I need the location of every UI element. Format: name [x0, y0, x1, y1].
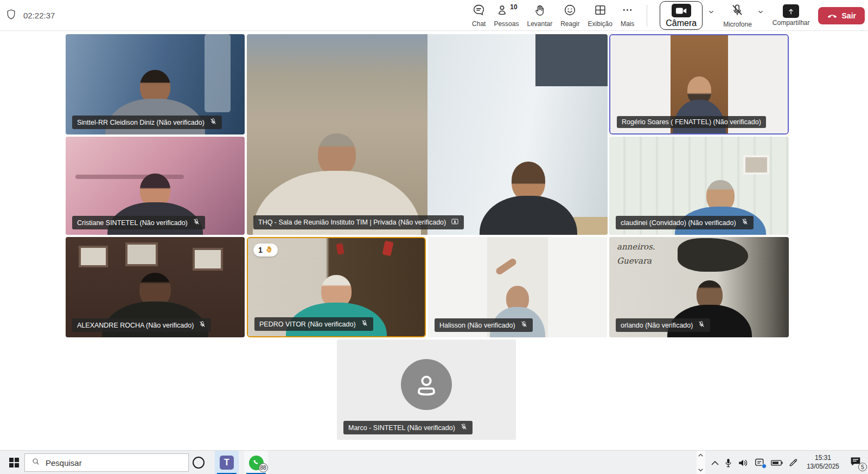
more-label: Mais	[621, 20, 634, 28]
raise-hand-button[interactable]: Levantar	[527, 3, 552, 28]
participant-name-pill: Halisson (Não verificado)	[435, 318, 533, 332]
hidden-icons-chevron[interactable]	[711, 460, 719, 465]
participant-name-pill: THQ - Sala de Reunião Instituto TIM | Pr…	[253, 215, 464, 229]
tray-microphone-icon[interactable]	[725, 458, 732, 468]
cortana-icon[interactable]	[193, 457, 205, 469]
tray-battery-icon[interactable]	[771, 459, 783, 466]
share-button[interactable]: Compartilhar	[773, 4, 810, 27]
microphone-button[interactable]: Microfone	[723, 3, 752, 28]
raised-hand-icon	[265, 245, 273, 255]
raise-hand-icon	[533, 3, 546, 19]
react-label: Reagir	[560, 20, 579, 28]
microphone-options-chevron[interactable]	[757, 8, 764, 16]
taskbar-teams-app[interactable]: T	[215, 451, 239, 474]
more-button[interactable]: Mais	[621, 3, 634, 28]
hangup-icon	[827, 11, 838, 20]
teams-icon: T	[220, 456, 234, 470]
participant-tile-pedro[interactable]: 1 PEDRO VITOR (Não verificado)	[247, 237, 426, 337]
windows-logo-icon	[9, 458, 19, 467]
wall-graffiti-text: anneiros. Guevara	[617, 240, 655, 268]
participant-tile-alexandre[interactable]: ALEXANDRE ROCHA (Não verificado)	[66, 237, 245, 337]
tray-pen-icon[interactable]	[789, 458, 799, 467]
view-label: Exibição	[588, 20, 612, 28]
camera-icon	[672, 4, 691, 17]
share-label: Compartilhar	[773, 19, 810, 27]
whatsapp-icon: 88	[249, 456, 264, 470]
people-count-badge: 10	[510, 3, 517, 11]
leave-label: Sair	[842, 11, 856, 20]
mic-off-icon	[460, 423, 468, 432]
whatsapp-unread-badge: 88	[259, 463, 268, 472]
presence-dot	[762, 464, 767, 469]
taskbar-scroll-strip[interactable]	[697, 451, 705, 474]
participant-video	[247, 34, 608, 235]
more-icon	[621, 3, 634, 19]
participant-name-pill: Rogério Soares ( FENATTEL) (Não verifica…	[617, 116, 766, 128]
tray-time: 15:31	[807, 454, 839, 463]
taskbar-whatsapp-app[interactable]: 88	[244, 451, 268, 474]
system-tray: 15:31 13/05/2025 5	[697, 451, 866, 474]
react-icon	[563, 3, 577, 19]
mic-off-icon	[199, 321, 206, 330]
people-icon	[495, 3, 509, 19]
avatar	[401, 359, 452, 410]
search-input[interactable]	[46, 458, 165, 467]
participant-tile-marco[interactable]: Marco - SINTETEL (Não verificado)	[337, 340, 516, 440]
shield-icon	[5, 8, 17, 23]
taskbar-clock[interactable]: 15:31 13/05/2025	[805, 454, 841, 471]
taskbar-search[interactable]	[24, 453, 189, 472]
mic-off-icon	[698, 321, 705, 330]
participant-name-pill: Marco - SINTETEL (Não verificado)	[343, 421, 473, 434]
toolbar-divider	[647, 5, 647, 27]
meeting-timer: 02:22:37	[23, 11, 55, 20]
share-icon	[783, 4, 799, 18]
participant-name-pill: Sinttel-RR Cleidison Diniz (Não verifica…	[72, 116, 222, 129]
participant-tile-thq-room[interactable]: THQ - Sala de Reunião Instituto TIM | Pr…	[247, 34, 608, 235]
mic-off-icon	[741, 218, 749, 227]
mic-off-icon	[520, 321, 528, 330]
camera-button[interactable]: Câmera	[660, 1, 703, 30]
participant-name-pill: Cristiane SINTETEL (Não verificado)	[72, 216, 205, 229]
video-stage: Sinttel-RR Cleidison Diniz (Não verifica…	[0, 31, 868, 450]
start-button[interactable]	[4, 451, 24, 474]
meeting-info: 02:22:37	[5, 0, 55, 31]
participant-name-pill: claudinei (Convidado) (Não verificado)	[616, 216, 754, 229]
microphone-muted-icon	[730, 3, 744, 20]
leave-button[interactable]: Sair	[818, 7, 865, 24]
chat-button[interactable]: Chat	[472, 3, 486, 28]
tray-date: 13/05/2025	[807, 463, 839, 471]
view-button[interactable]: Exibição	[588, 3, 612, 28]
notification-count-badge: 5	[858, 463, 867, 471]
view-grid-icon	[593, 3, 607, 19]
participant-tile-orlando[interactable]: anneiros. Guevara orlando (Não verificad…	[609, 237, 789, 337]
mic-off-icon	[209, 118, 217, 127]
people-button[interactable]: 10 Pessoas	[494, 3, 519, 28]
windows-taskbar: T 88 15:31 13/05/2025 5	[0, 450, 868, 474]
mic-off-icon	[193, 218, 200, 227]
camera-options-chevron[interactable]	[707, 8, 715, 16]
tray-teams-icon[interactable]	[755, 458, 765, 467]
participant-tile-cristiane[interactable]: Cristiane SINTETEL (Não verificado)	[66, 137, 245, 235]
chat-icon	[472, 3, 486, 19]
participant-tile-cleidison[interactable]: Sinttel-RR Cleidison Diniz (Não verifica…	[66, 34, 245, 134]
mic-off-icon	[361, 319, 368, 329]
microphone-label: Microfone	[723, 21, 752, 28]
camera-label: Câmera	[666, 18, 697, 28]
participant-tile-claudinei[interactable]: claudinei (Convidado) (Não verificado)	[609, 137, 789, 235]
tray-volume-icon[interactable]	[738, 458, 749, 467]
react-button[interactable]: Reagir	[560, 3, 579, 28]
participant-name-pill: orlando (Não verificado)	[616, 318, 710, 332]
people-label: Pessoas	[494, 20, 519, 28]
chat-label: Chat	[472, 20, 486, 28]
notification-center-button[interactable]: 5	[850, 456, 866, 469]
participant-name-pill: PEDRO VITOR (Não verificado)	[254, 317, 373, 331]
meeting-toolbar: Chat 10 Pessoas Levantar Reagir Exibição…	[472, 0, 865, 31]
raised-hand-badge: 1	[253, 244, 278, 257]
participant-name-pill: ALEXANDRE ROCHA (Não verificado)	[72, 318, 211, 332]
meeting-header: 02:22:37 Chat 10 Pessoas Levantar Reagir…	[0, 0, 868, 31]
search-icon	[31, 457, 40, 468]
participant-tile-halisson[interactable]: Halisson (Não verificado)	[428, 237, 607, 337]
room-device-icon	[451, 217, 459, 227]
raise-hand-label: Levantar	[527, 20, 552, 28]
participant-tile-rogerio[interactable]: Rogério Soares ( FENATTEL) (Não verifica…	[609, 34, 789, 134]
